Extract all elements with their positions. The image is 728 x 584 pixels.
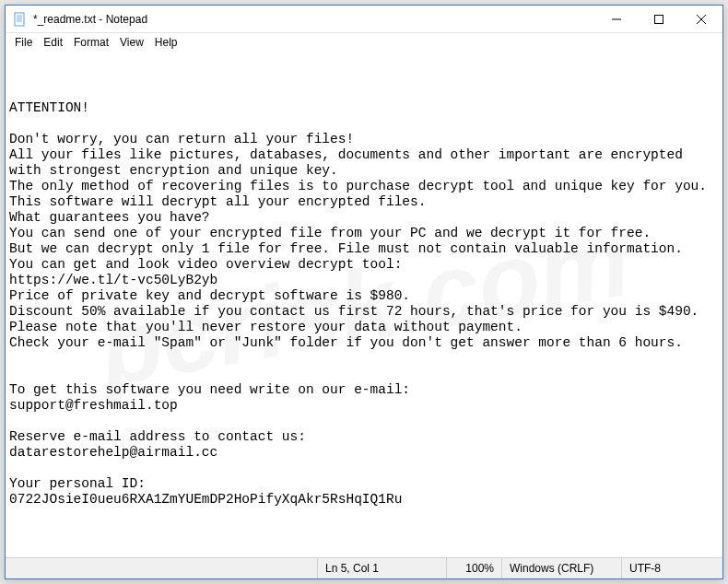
minimize-button[interactable] — [595, 6, 638, 33]
notepad-window: *_readme.txt - Notepad File Edit Format … — [5, 5, 723, 579]
menu-format[interactable]: Format — [68, 35, 114, 50]
menu-view[interactable]: View — [114, 35, 149, 50]
status-encoding: UTF-8 — [621, 558, 722, 578]
status-zoom: 100% — [446, 558, 501, 578]
menu-edit[interactable]: Edit — [38, 35, 68, 50]
text-content[interactable]: ATTENTION! Don't worry, you can return a… — [9, 100, 719, 508]
window-title: *_readme.txt - Notepad — [33, 13, 147, 26]
status-lineend: Windows (CRLF) — [501, 558, 621, 578]
status-spacer — [6, 558, 317, 578]
text-area[interactable]: pcrisk.com ATTENTION! Don't worry, you c… — [6, 52, 722, 557]
status-lncol: Ln 5, Col 1 — [317, 558, 446, 578]
menu-help[interactable]: Help — [149, 35, 183, 50]
statusbar: Ln 5, Col 1 100% Windows (CRLF) UTF-8 — [6, 557, 722, 578]
svg-rect-6 — [655, 15, 663, 23]
menu-file[interactable]: File — [9, 35, 38, 50]
titlebar[interactable]: *_readme.txt - Notepad — [6, 6, 722, 33]
notepad-icon — [13, 12, 28, 27]
close-button[interactable] — [680, 6, 722, 33]
menubar: File Edit Format View Help — [6, 33, 722, 52]
maximize-button[interactable] — [638, 6, 680, 33]
